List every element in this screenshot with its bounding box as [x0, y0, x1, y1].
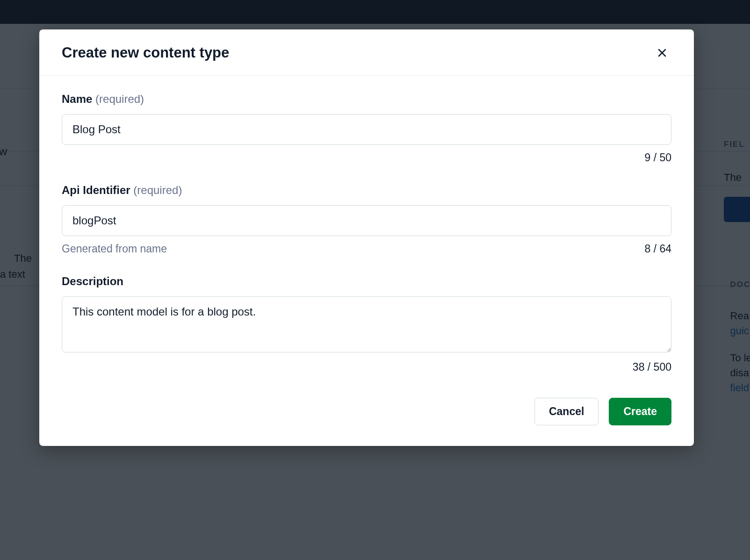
name-label-text: Name: [62, 93, 92, 105]
top-navbar: [0, 0, 750, 24]
name-footer: 9 / 50: [62, 151, 671, 164]
modal-title: Create new content type: [62, 44, 229, 61]
description-char-count: 38 / 500: [633, 361, 671, 373]
api-identifier-field-group: Api Identifier (required) Generated from…: [62, 184, 671, 255]
required-tag: (required): [95, 93, 144, 105]
name-label: Name (required): [62, 93, 671, 106]
close-button[interactable]: [653, 43, 671, 62]
modal-body: Name (required) 9 / 50 Api Identifier (r…: [39, 76, 694, 388]
api-identifier-footer: Generated from name 8 / 64: [62, 243, 671, 255]
close-icon: [656, 47, 668, 58]
api-identifier-label: Api Identifier (required): [62, 184, 671, 197]
api-identifier-label-text: Api Identifier: [62, 184, 130, 196]
description-label: Description: [62, 275, 671, 288]
description-label-text: Description: [62, 275, 123, 287]
name-field-group: Name (required) 9 / 50: [62, 93, 671, 164]
name-input[interactable]: [62, 114, 671, 145]
required-tag: (required): [133, 184, 182, 196]
cancel-button[interactable]: Cancel: [534, 398, 599, 425]
create-content-type-modal: Create new content type Name (required) …: [39, 29, 694, 446]
description-input[interactable]: [62, 296, 671, 352]
name-char-count: 9 / 50: [644, 151, 671, 164]
api-identifier-char-count: 8 / 64: [644, 243, 671, 255]
description-footer: 38 / 500: [62, 361, 671, 373]
api-identifier-helper: Generated from name: [62, 243, 167, 255]
modal-footer: Cancel Create: [39, 388, 694, 446]
modal-header: Create new content type: [39, 29, 694, 76]
create-button[interactable]: Create: [609, 398, 671, 425]
description-field-group: Description 38 / 500: [62, 275, 671, 373]
api-identifier-input[interactable]: [62, 205, 671, 236]
